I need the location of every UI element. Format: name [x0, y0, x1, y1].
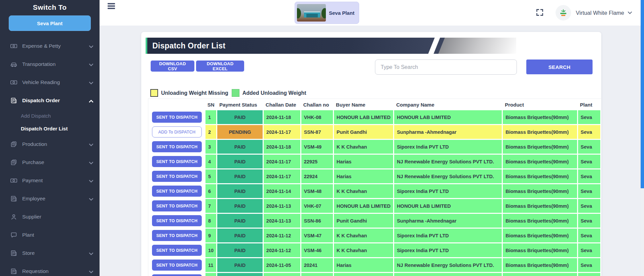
- header: Seva Plant Virtual White Flame: [100, 0, 641, 26]
- col-header-actions: [149, 100, 204, 109]
- action-cell: SENT TO DISPATCH: [149, 273, 204, 276]
- product-cell: Biomass Briquettes(90mm): [503, 184, 577, 198]
- payment-status-cell: PAID: [217, 199, 263, 213]
- buyer-name-cell: HONOUR LAB LIMITED: [334, 110, 393, 124]
- action-cell: ADD To DISPATCH: [149, 125, 204, 139]
- sidebar-item-plant[interactable]: Plant: [0, 226, 100, 244]
- sidebar-item-supplier[interactable]: Supplier: [0, 208, 100, 226]
- challan-date-cell: 2024-11-13: [264, 214, 300, 228]
- col-header-challan-no: Challan no: [301, 100, 333, 109]
- sidebar-item-vehicle-reading[interactable]: Vehicle Reading: [0, 73, 100, 91]
- legend-green-label: Added Unloading Weight: [242, 90, 306, 96]
- action-cell: SENT TO DISPATCH: [149, 243, 204, 257]
- add-to-dispatch-button[interactable]: ADD To DISPATCH: [152, 126, 202, 137]
- company-name-cell: HONOUR LAB LIMITED: [394, 199, 502, 213]
- download-csv-button[interactable]: DOWNLOAD CSV: [151, 61, 194, 72]
- hamburger-menu-icon[interactable]: [108, 3, 116, 10]
- sidebar-item-store[interactable]: Store: [0, 244, 100, 262]
- challan-no-cell: VHK-07: [301, 199, 333, 213]
- sent-to-dispatch-button[interactable]: SENT TO DISPATCH: [152, 112, 202, 123]
- buyer-name-cell: Harias: [334, 258, 393, 272]
- sn-cell: 11: [205, 258, 216, 272]
- plant-cell: [578, 273, 600, 276]
- company-name-cell: Sunpharma -Ahmednagar: [394, 214, 502, 228]
- user-name-label: Virtual White Flame: [576, 10, 624, 16]
- sn-cell: [205, 273, 216, 276]
- download-excel-button[interactable]: DOWNLOAD EXCEL: [196, 61, 244, 72]
- challan-date-cell: 2024-11-17: [264, 169, 300, 183]
- sent-to-dispatch-button[interactable]: SENT TO DISPATCH: [152, 200, 202, 211]
- sent-to-dispatch-button[interactable]: SENT TO DISPATCH: [152, 171, 202, 182]
- sent-to-dispatch-button[interactable]: SENT TO DISPATCH: [152, 141, 202, 152]
- table-row: SENT TO DISPATCH6PAID2024-11-14VSM-48K K…: [149, 184, 600, 198]
- chevron-down-icon: [89, 44, 93, 48]
- sidebar-subitem-dispatch-order-list[interactable]: Dispatch Order List: [0, 122, 100, 135]
- plant-card-label: Seva Plant: [329, 10, 354, 16]
- sidebar-item-dispatch-order[interactable]: Dispatch Order: [0, 91, 100, 110]
- sidebar-item-label: Transportation: [22, 61, 89, 67]
- dispatch-table-wrapper: SNPayment StatusChallan DateChallan noBu…: [148, 98, 601, 276]
- fullscreen-icon[interactable]: [535, 8, 544, 17]
- sent-to-dispatch-button[interactable]: SENT TO DISPATCH: [152, 260, 202, 271]
- table-row: SENT TO DISPATCH8PAID2024-11-13SSN-86Pun…: [149, 214, 600, 228]
- plant-cell: Seva: [578, 155, 600, 168]
- chevron-down-icon: [89, 178, 93, 183]
- payment-status-cell: PAID: [217, 184, 263, 198]
- sent-to-dispatch-button[interactable]: SENT TO DISPATCH: [152, 156, 202, 167]
- challan-date-cell: 2024-11-17: [264, 125, 300, 139]
- dispatch-table: SNPayment StatusChallan DateChallan noBu…: [148, 99, 601, 276]
- sidebar-item-label: Supplier: [22, 214, 93, 220]
- search-button[interactable]: SEARCH: [526, 60, 593, 74]
- search-input[interactable]: [375, 60, 517, 75]
- sn-cell: 1: [205, 110, 216, 124]
- sidebar-item-employee[interactable]: Employee: [0, 190, 100, 208]
- sn-cell: 6: [205, 184, 216, 198]
- sidebar-item-transportation[interactable]: Transportation: [0, 55, 100, 73]
- sidebar-item-purchase[interactable]: Purchase: [0, 153, 100, 171]
- action-cell: SENT TO DISPATCH: [149, 155, 204, 168]
- buyer-name-cell: K K Chavhan: [334, 184, 393, 198]
- challan-date-cell: 2024-11-05: [264, 258, 300, 272]
- user-menu[interactable]: Virtual White Flame: [556, 4, 632, 21]
- challan-date-cell: [264, 273, 300, 276]
- app-root: Switch To Seva Plant Expense & PettyTran…: [0, 0, 644, 276]
- sidebar-item-label: Plant: [22, 232, 93, 238]
- sidebar-item-expense-petty[interactable]: Expense & Petty: [0, 37, 100, 55]
- company-name-cell: Siporex India PVT LTD: [394, 243, 502, 257]
- plant-card[interactable]: Seva Plant: [295, 2, 359, 24]
- company-name-cell: Siporex India PVT LTD: [394, 140, 502, 154]
- chevron-down-icon: [628, 11, 632, 14]
- company-name-cell: Siporex India PVT LTD: [394, 229, 502, 242]
- seva-plant-switch-button[interactable]: Seva Plant: [9, 15, 91, 31]
- table-row: SENT TO DISPATCH3PAID2024-11-18VSM-49K K…: [149, 140, 600, 154]
- sn-cell: 7: [205, 199, 216, 213]
- sidebar-item-payment[interactable]: Payment: [0, 171, 100, 190]
- company-name-cell: NJ Renewable Energy Solutions PVT LTD.: [394, 258, 502, 272]
- sent-to-dispatch-button[interactable]: SENT TO DISPATCH: [152, 186, 202, 197]
- table-header-row: SNPayment StatusChallan DateChallan noBu…: [149, 100, 600, 109]
- sn-cell: 2: [205, 125, 216, 139]
- challan-no-cell: [301, 273, 333, 276]
- company-name-cell: Sunpharma -Ahmednagar: [394, 125, 502, 139]
- payment-status-cell: PAID: [217, 258, 263, 272]
- product-cell: Biomass Briquettes(90mm): [503, 258, 577, 272]
- banknote-icon: [10, 79, 17, 86]
- chevron-down-icon: [89, 62, 93, 67]
- sidebar-item-requestion[interactable]: Requestion: [0, 262, 100, 276]
- sent-to-dispatch-button[interactable]: SENT TO DISPATCH: [152, 274, 202, 276]
- scrollbar-thumb[interactable]: [641, 0, 644, 188]
- payment-status-cell: PAID: [217, 229, 263, 242]
- banknote-icon: [10, 42, 17, 50]
- person-icon: [10, 213, 17, 221]
- sidebar-item-label: Store: [22, 250, 89, 256]
- sidebar-item-production[interactable]: Production: [0, 135, 100, 153]
- scrollbar[interactable]: [641, 0, 644, 276]
- sidebar-item-label: Payment: [22, 178, 89, 184]
- banknote-icon: [10, 177, 17, 184]
- sent-to-dispatch-button[interactable]: SENT TO DISPATCH: [152, 245, 202, 256]
- sent-to-dispatch-button[interactable]: SENT TO DISPATCH: [152, 230, 202, 241]
- sent-to-dispatch-button[interactable]: SENT TO DISPATCH: [152, 215, 202, 226]
- sidebar-subitem-add-dispatch[interactable]: Add Dispatch: [0, 110, 100, 122]
- sn-cell: 5: [205, 169, 216, 183]
- buyer-name-cell: Harias: [334, 155, 393, 168]
